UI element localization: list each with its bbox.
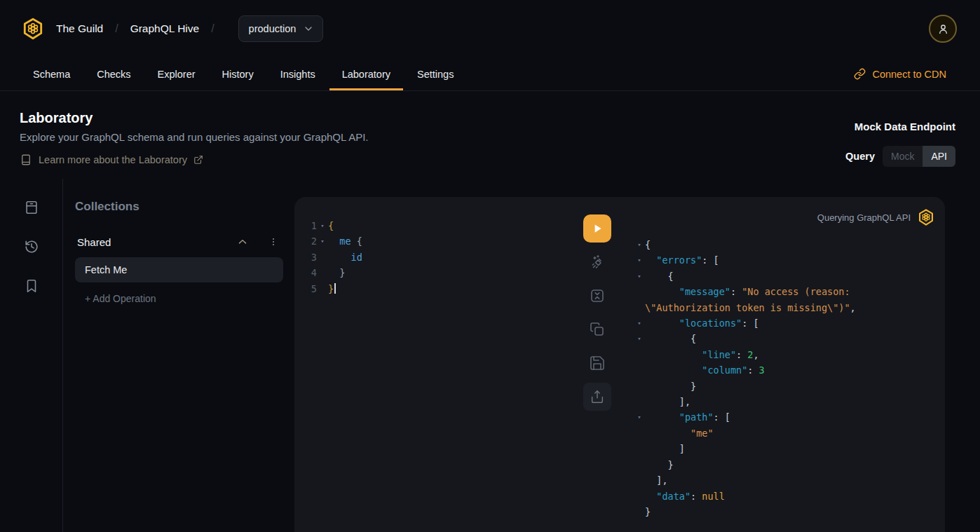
fold-spacer	[317, 281, 328, 296]
text-cursor	[334, 283, 336, 294]
code-line: }	[634, 504, 935, 519]
code-text: "message": "No access (reason:	[645, 284, 850, 299]
tab-settings[interactable]: Settings	[416, 59, 455, 90]
fold-spacer	[634, 394, 645, 409]
fold-spacer	[634, 300, 645, 315]
connect-to-cdn-label: Connect to CDN	[872, 69, 946, 80]
code-text: ],	[645, 394, 690, 409]
tab-laboratory[interactable]: Laboratory	[341, 59, 392, 90]
share-operation-button[interactable]	[583, 383, 611, 411]
code-text: }	[645, 504, 651, 519]
execute-query-button[interactable]	[583, 214, 611, 243]
tab-schema[interactable]: Schema	[32, 59, 72, 90]
code-line: ▾ "locations": [	[634, 315, 935, 331]
code-text: \"Authorization token is missing\")",	[645, 300, 856, 315]
prettify-button[interactable]	[583, 248, 611, 276]
code-text: {	[645, 331, 696, 346]
code-line: 4 }	[294, 265, 568, 280]
book-icon	[20, 154, 32, 166]
chevron-up-icon[interactable]	[236, 236, 249, 248]
code-line: \"Authorization token is missing\")",	[634, 300, 935, 315]
hive-logo-small-icon	[917, 208, 935, 226]
breadcrumb-separator: /	[211, 22, 214, 35]
code-text: }	[328, 281, 336, 296]
code-text: }	[645, 378, 696, 394]
connect-to-cdn-button[interactable]: Connect to CDN	[854, 68, 946, 80]
fold-arrow-icon[interactable]: ▾	[634, 315, 645, 331]
line-number: 1	[294, 218, 317, 233]
line-number: 5	[294, 281, 317, 296]
fold-spacer	[634, 362, 645, 378]
learn-more-link[interactable]: Learn more about the Laboratory	[20, 154, 955, 166]
fold-spacer	[634, 441, 645, 456]
response-viewer[interactable]: ▾{▾ "errors": [▾ { "message": "No access…	[634, 237, 935, 519]
line-number: 4	[294, 265, 317, 280]
code-text: "column": 3	[645, 362, 765, 378]
code-text: ]	[645, 441, 685, 456]
code-line: }	[634, 457, 935, 472]
hive-logo-icon[interactable]	[21, 17, 45, 41]
code-line: ],	[634, 472, 935, 488]
code-line: 3 id	[294, 250, 568, 265]
prettify-icon	[589, 254, 606, 271]
query-editor[interactable]: 1▾{2▾ me {3 id4 }5}	[294, 197, 568, 532]
code-text: "locations": [	[645, 315, 759, 331]
code-line: ▾ {	[634, 268, 935, 284]
code-text: id	[328, 250, 362, 265]
fold-arrow-icon[interactable]: ▾	[634, 268, 645, 284]
user-avatar[interactable]	[929, 15, 957, 43]
collections-icon[interactable]	[24, 200, 39, 215]
code-line: "message": "No access (reason:	[634, 284, 935, 299]
code-line: "line": 2,	[634, 347, 935, 362]
org-name[interactable]: The Guild	[56, 22, 103, 35]
code-text: "data": null	[645, 489, 725, 504]
more-menu-icon[interactable]	[268, 236, 278, 247]
fold-spacer	[317, 265, 328, 280]
tab-checks[interactable]: Checks	[95, 59, 132, 90]
bookmark-icon[interactable]	[24, 278, 39, 294]
tab-insights[interactable]: Insights	[279, 59, 317, 90]
code-text: "me"	[645, 425, 714, 441]
fold-arrow-icon[interactable]: ▾	[317, 218, 328, 233]
tab-history[interactable]: History	[221, 59, 255, 90]
learn-more-label: Learn more about the Laboratory	[39, 154, 187, 165]
fold-arrow-icon[interactable]: ▾	[634, 409, 645, 425]
fold-arrow-icon[interactable]: ▾	[317, 233, 328, 249]
tab-explorer[interactable]: Explorer	[156, 59, 197, 90]
history-icon[interactable]	[24, 239, 39, 254]
laboratory-main: Collections Shared Fetch Me + Add Operat…	[0, 179, 980, 532]
copy-query-button[interactable]	[583, 315, 611, 343]
merge-fragments-button[interactable]	[583, 282, 611, 310]
target-nav-tabs: SchemaChecksExplorerHistoryInsightsLabor…	[0, 57, 980, 91]
code-line: }	[634, 378, 935, 394]
toggle-option-api[interactable]: API	[923, 146, 955, 167]
code-line: ],	[634, 394, 935, 409]
save-operation-button[interactable]	[583, 349, 611, 377]
operation-item-fetch-me[interactable]: Fetch Me	[75, 257, 283, 282]
endpoint-title: Mock Data Endpoint	[845, 121, 955, 132]
fold-arrow-icon[interactable]: ▾	[634, 331, 645, 346]
fold-spacer	[634, 347, 645, 362]
code-text: {	[645, 237, 651, 252]
collection-group-shared[interactable]: Shared	[75, 236, 283, 248]
external-link-icon	[193, 155, 203, 165]
toggle-option-mock[interactable]: Mock	[883, 146, 923, 167]
code-line: 5}	[294, 281, 568, 296]
code-text: }	[645, 457, 674, 472]
sidebar-icon-rail	[0, 179, 63, 532]
collections-title: Collections	[75, 200, 283, 214]
share-icon	[590, 389, 605, 404]
code-line: ▾{	[634, 237, 935, 252]
merge-icon	[589, 287, 606, 304]
endpoint-box: Mock Data Endpoint Query Mock API	[845, 121, 955, 167]
add-operation-button[interactable]: + Add Operation	[85, 293, 283, 304]
project-name[interactable]: GraphQL Hive	[130, 22, 200, 35]
code-text: {	[328, 218, 334, 233]
target-selector-button[interactable]: production	[238, 15, 324, 42]
code-text: "line": 2,	[645, 347, 759, 362]
code-line: 2▾ me {	[294, 233, 568, 249]
fold-arrow-icon[interactable]: ▾	[634, 237, 645, 252]
line-number: 3	[294, 250, 317, 265]
fold-arrow-icon[interactable]: ▾	[634, 252, 645, 268]
fold-spacer	[634, 457, 645, 472]
